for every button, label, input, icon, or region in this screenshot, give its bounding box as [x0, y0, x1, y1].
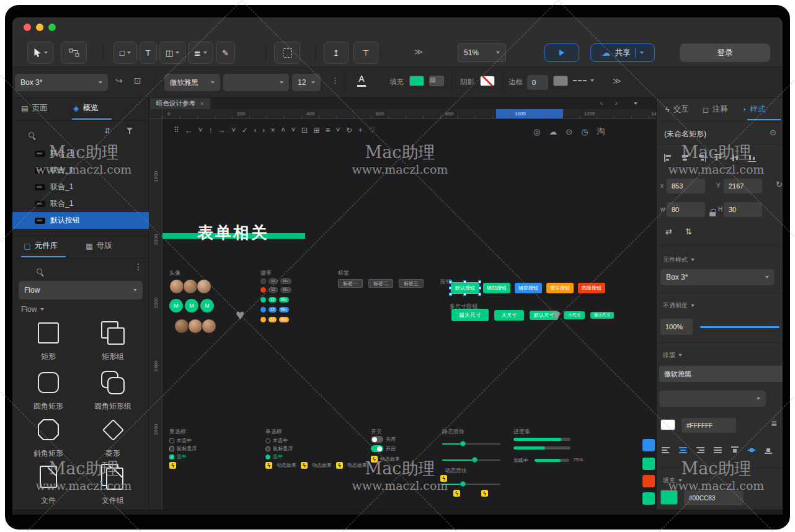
size-button-widget[interactable]: 小尺寸: [564, 311, 585, 319]
button-widget[interactable]: 警告按钮: [546, 283, 574, 293]
refresh-icon[interactable]: ↻: [346, 126, 352, 135]
radio-widget[interactable]: 选中: [265, 453, 283, 460]
library-section-header[interactable]: Flow: [21, 305, 44, 314]
text-align-center-icon[interactable]: [679, 447, 687, 453]
kebab-menu-icon[interactable]: ⋮: [134, 262, 143, 272]
radio-fx-row[interactable]: ϟ动态效果 ϟ动态效果 ϟ动态效果: [265, 462, 367, 469]
horizontal-ruler[interactable]: 0 200 400 600 800 1000 1200 14: [162, 109, 656, 119]
fill-image-swatch[interactable]: ▨: [429, 76, 444, 86]
badge-row[interactable]: 1299+: [260, 286, 291, 293]
slider-widget[interactable]: [442, 484, 500, 485]
avatar-initial[interactable]: M: [169, 299, 183, 313]
typography-section-header[interactable]: 排版: [663, 351, 682, 360]
line-height-icon[interactable]: ≣: [771, 419, 777, 428]
component-item[interactable]: 圆角矩形: [20, 368, 77, 412]
radio-widget[interactable]: 鼠标悬浮: [265, 445, 293, 452]
search-icon[interactable]: [37, 268, 42, 274]
avatar[interactable]: [183, 279, 198, 294]
arrange-button[interactable]: ↥: [324, 42, 349, 64]
chevron-down-icon[interactable]: ˅: [198, 126, 203, 135]
widget-style-section-header[interactable]: 元件样式: [663, 255, 695, 264]
checkbox-fx[interactable]: ϟ: [169, 462, 176, 469]
search-icon[interactable]: [29, 132, 34, 138]
visibility-icon[interactable]: ⊙: [770, 128, 776, 137]
chevron-up-icon[interactable]: ˄: [281, 126, 285, 135]
chevron-down-icon[interactable]: ˅: [231, 126, 236, 135]
rotate-icon[interactable]: ↻: [776, 180, 783, 189]
transform-tool-button[interactable]: [274, 42, 300, 64]
move-icon[interactable]: ⊞: [314, 126, 320, 135]
avatar-initial[interactable]: M: [200, 299, 214, 313]
preview-button[interactable]: [544, 43, 579, 62]
text-align-left-icon[interactable]: [662, 447, 670, 453]
selection-handle[interactable]: [463, 293, 466, 296]
opacity-slider[interactable]: [700, 326, 779, 328]
width-input[interactable]: 80: [667, 202, 705, 217]
selection-handle[interactable]: [463, 280, 466, 283]
notification-icon[interactable]: ◎: [533, 127, 540, 136]
align-top-icon[interactable]: [714, 154, 722, 162]
font-color-swatch[interactable]: [660, 419, 675, 430]
selection-handle[interactable]: [449, 286, 452, 290]
tab-scroll-right-icon[interactable]: ›: [615, 99, 618, 107]
badge-row[interactable]: 1299+: [260, 316, 289, 322]
share-button[interactable]: ☁ 共享: [590, 43, 655, 62]
enter-widget-icon[interactable]: ↪: [115, 76, 123, 86]
grid-icon[interactable]: ⠿: [174, 126, 179, 135]
close-tab-icon[interactable]: ×: [200, 100, 204, 107]
component-item[interactable]: 斜角矩形: [20, 415, 77, 459]
zoom-select[interactable]: 51%: [458, 43, 506, 62]
selection-handle[interactable]: [478, 280, 481, 283]
align-bottom-icon[interactable]: [748, 154, 756, 162]
checkbox-widget[interactable]: 未选中: [169, 437, 192, 444]
component-item[interactable]: 矩形: [20, 319, 77, 362]
style-preset-select[interactable]: Box 3*: [15, 74, 108, 91]
align-center-icon[interactable]: [681, 154, 689, 162]
size-button-widget[interactable]: 极小尺寸: [590, 312, 614, 319]
default-button-widget[interactable]: 默认按钮: [451, 283, 479, 293]
prev-icon[interactable]: ‹: [254, 126, 256, 135]
text-tool-button[interactable]: T: [140, 42, 157, 64]
text-color-button[interactable]: A: [357, 74, 366, 87]
opacity-input[interactable]: 100%: [660, 319, 693, 335]
vertical-align-bottom-icon[interactable]: [765, 446, 772, 454]
chevron-down-icon[interactable]: ˅: [291, 126, 295, 135]
border-style-icon[interactable]: [573, 80, 587, 81]
text-align-right-icon[interactable]: [696, 447, 704, 453]
chevron-down-icon[interactable]: ˅: [336, 126, 340, 135]
size-button-widget[interactable]: 默认尺寸: [530, 311, 558, 320]
fill-color-input[interactable]: #00CC83: [684, 490, 744, 505]
cloud-sync-icon[interactable]: ☁: [549, 127, 557, 136]
flip-horizontal-icon[interactable]: ⇄: [665, 227, 672, 236]
vertical-ruler[interactable]: 1800 2000 2200 2400 2600: [149, 119, 162, 510]
avatar[interactable]: [197, 279, 211, 294]
size-button-widget[interactable]: 超大尺寸: [451, 309, 489, 321]
border-color-swatch[interactable]: [553, 76, 568, 86]
align-left-icon[interactable]: [664, 154, 672, 162]
component-item[interactable]: 圆角矩形组: [84, 368, 141, 412]
button-widget[interactable]: 辅助按钮: [515, 283, 542, 293]
outline-item-selected[interactable]: 默认按钮: [12, 212, 149, 229]
slider-knob[interactable]: [460, 481, 466, 487]
avatar[interactable]: [169, 279, 184, 294]
tag[interactable]: 标签二: [368, 279, 393, 288]
flip-vertical-icon[interactable]: ⇅: [685, 227, 692, 236]
x-input[interactable]: 853: [667, 179, 705, 193]
slider-widget[interactable]: [442, 443, 500, 445]
tab-scroll-left-icon[interactable]: ‹: [600, 99, 603, 107]
badge-row[interactable]: 1299+: [260, 306, 289, 313]
align-right-icon[interactable]: [698, 154, 706, 162]
selection-handle[interactable]: [478, 286, 481, 290]
font-family-select[interactable]: 微软雅黑: [164, 74, 220, 91]
font-style-select[interactable]: [223, 74, 289, 91]
chevron-down-icon[interactable]: [590, 79, 594, 82]
color-swatch-widget[interactable]: [642, 439, 655, 451]
outline-item[interactable]: 联合_1: [12, 145, 149, 162]
component-item[interactable]: 文件: [20, 463, 77, 506]
text-align-justify-icon[interactable]: [714, 447, 722, 453]
align-top-button[interactable]: ⊤: [353, 42, 378, 64]
connector-tool-button[interactable]: [61, 42, 87, 64]
slider-knob[interactable]: [460, 441, 466, 446]
select-tool-button[interactable]: [27, 42, 53, 64]
layers-tool-button[interactable]: ≣: [188, 42, 213, 64]
